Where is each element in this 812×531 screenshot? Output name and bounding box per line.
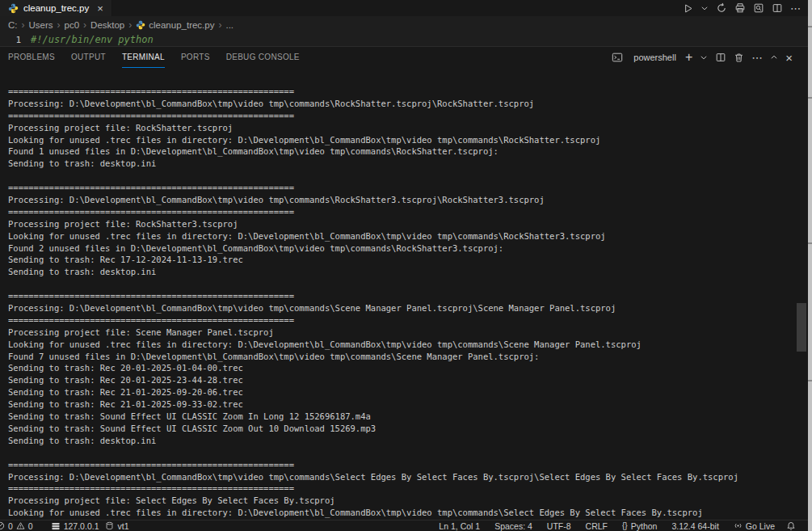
terminal-scrollbar-thumb[interactable]: [797, 303, 806, 352]
terminal-line: Looking for unused .trec files in direct…: [8, 507, 812, 519]
terminal-dropdown-chevron-icon[interactable]: [700, 53, 708, 61]
sync-icon[interactable]: [716, 2, 727, 14]
panel-header: PROBLEMS OUTPUT TERMINAL PORTS DEBUG CON…: [0, 47, 812, 68]
breadcrumb-separator: ›: [22, 19, 25, 31]
terminal-line: Processing project file: RockShatter3.ts…: [8, 218, 812, 230]
screen-edge-scrollbar-strip: [808, 0, 812, 531]
terminal-more-actions-icon[interactable]: ⋯: [751, 52, 763, 63]
tab-label: cleanup_trec.py: [23, 3, 89, 13]
terminal-line: Processing: D:\Development\bl_CommandBox…: [8, 98, 812, 110]
braces-icon: {}: [622, 521, 628, 530]
breadcrumb-separator: ›: [57, 19, 61, 31]
breadcrumb-item-file[interactable]: cleanup_trec.py: [136, 20, 214, 30]
language-mode-status[interactable]: {} Python: [619, 521, 660, 531]
go-live-label: Go Live: [746, 521, 775, 531]
terminal-line: [8, 170, 812, 182]
breadcrumb: C: › Users › pc0 › Desktop › cleanup_tre…: [0, 16, 812, 34]
split-terminal-icon[interactable]: [715, 52, 726, 63]
terminal-line: ========================================…: [8, 483, 812, 495]
database-cylinder-icon: [105, 521, 114, 530]
bottom-panel: PROBLEMS OUTPUT TERMINAL PORTS DEBUG CON…: [0, 46, 812, 520]
kill-terminal-trash-icon[interactable]: [734, 53, 744, 63]
terminal-line: Processing project file: Select Edges By…: [8, 495, 812, 507]
terminal-toolbar: powershell + ⋯ ×: [612, 51, 806, 64]
cursor-position-status[interactable]: Ln 1, Col 1: [435, 521, 483, 531]
remote-host-label: 127.0.0.1: [64, 521, 99, 531]
breadcrumb-separator: ›: [218, 19, 221, 31]
maximize-panel-chevron-up-icon[interactable]: [770, 53, 778, 61]
terminal-line: Found 7 unused files in D:\Development\b…: [8, 351, 812, 363]
status-right: Ln 1, Col 1 Spaces: 4 UTF-8 CRLF {} Pyth…: [435, 521, 807, 531]
vt-label: vt1: [117, 521, 128, 531]
terminal-line: [8, 447, 812, 459]
code-shebang-comment: #!/usr/bin/env python: [31, 34, 154, 46]
language-label: Python: [631, 521, 658, 531]
preview-search-icon[interactable]: [753, 2, 764, 14]
run-dropdown-chevron-icon[interactable]: [701, 4, 709, 12]
problems-status[interactable]: 0 0: [0, 521, 36, 531]
terminal-line: Found 1 unused files in D:\Development\b…: [8, 145, 812, 158]
terminal-line: [8, 278, 812, 290]
terminal-line: ========================================…: [8, 86, 812, 98]
terminal-line: Processing: D:\Development\bl_CommandBox…: [8, 471, 812, 483]
terminal-line: Processing project file: RockShatter.tsc…: [8, 122, 812, 134]
go-live-status[interactable]: Go Live: [730, 521, 778, 531]
notifications-bell-icon[interactable]: [786, 521, 796, 531]
run-button[interactable]: [683, 3, 693, 14]
terminal-icon: [612, 52, 623, 63]
line-number: 1: [0, 34, 31, 46]
terminal-line: Sending to trash: Rec 21-01-2025-09-33-0…: [8, 398, 812, 411]
more-actions-icon[interactable]: ⋯: [790, 3, 801, 14]
terminal-line: Looking for unused .trec files in direct…: [8, 230, 812, 242]
tab-terminal[interactable]: TERMINAL: [122, 47, 165, 68]
terminal-line: ========================================…: [8, 290, 812, 302]
close-panel-icon[interactable]: ×: [785, 52, 793, 64]
terminal-output[interactable]: ========================================…: [0, 68, 812, 520]
breadcrumb-separator: ›: [83, 19, 86, 31]
terminal-line: Sending to trash: desktop.ini: [8, 435, 812, 447]
terminal-line: Looking for unused .trec files in direct…: [8, 339, 812, 351]
tab-cleanup-trec[interactable]: cleanup_trec.py ×: [0, 0, 112, 16]
terminal-line: ========================================…: [8, 110, 812, 122]
shell-name-label[interactable]: powershell: [633, 53, 676, 62]
terminal-line: ========================================…: [8, 314, 812, 327]
eol-status[interactable]: CRLF: [583, 521, 611, 531]
new-terminal-button[interactable]: +: [685, 51, 692, 64]
status-bar: 0 0 127.0.0.1 vt1 Ln 1, Col 1 Sp: [0, 520, 812, 531]
encoding-status[interactable]: UTF-8: [544, 521, 574, 531]
breadcrumb-item-desktop[interactable]: Desktop: [90, 20, 124, 30]
print-icon[interactable]: [734, 2, 746, 14]
vt-status[interactable]: vt1: [102, 521, 132, 531]
tab-close-icon[interactable]: ×: [97, 3, 103, 14]
remote-host-status[interactable]: 127.0.0.1: [48, 521, 103, 531]
error-circle-icon: [0, 521, 5, 530]
vscode-window: cleanup_trec.py × ⋯ C: [0, 0, 812, 531]
terminal-line: Sending to trash: Sound Effect UI CLASSI…: [8, 423, 812, 435]
tab-problems[interactable]: PROBLEMS: [8, 47, 55, 68]
terminal-line: ========================================…: [8, 206, 812, 218]
terminal-line: ========================================…: [8, 459, 812, 471]
tab-debug-console[interactable]: DEBUG CONSOLE: [226, 47, 300, 68]
warning-triangle-icon: [16, 521, 25, 530]
terminal-line: Looking for unused .trec files in direct…: [8, 134, 812, 146]
breadcrumb-item-pc0[interactable]: pc0: [65, 20, 80, 30]
split-editor-icon[interactable]: [772, 2, 783, 14]
terminal-line: Processing: D:\Development\bl_CommandBox…: [8, 194, 812, 206]
terminal-line: Sending to trash: Rec 20-01-2025-23-44-2…: [8, 374, 812, 386]
breadcrumb-item-users[interactable]: Users: [29, 20, 53, 30]
python-file-icon: [136, 20, 145, 30]
terminal-line: Processing: D:\Development\bl_CommandBox…: [8, 302, 812, 314]
tab-output[interactable]: OUTPUT: [71, 47, 106, 68]
tab-ports[interactable]: PORTS: [181, 47, 210, 68]
editor-line-1: 1 #!/usr/bin/env python: [0, 34, 812, 46]
indentation-status[interactable]: Spaces: 4: [491, 521, 536, 531]
breadcrumb-item-drive[interactable]: C:: [8, 20, 18, 30]
breadcrumb-separator: ›: [128, 19, 132, 31]
python-interpreter-status[interactable]: 3.12.4 64-bit: [668, 521, 722, 531]
breadcrumb-item-symbol[interactable]: ...: [225, 20, 234, 30]
terminal-line: Sending to trash: Rec 20-01-2025-01-04-0…: [8, 362, 812, 374]
error-count: 0: [8, 521, 13, 531]
terminal-line: Sending to trash: Rec 21-01-2025-09-20-0…: [8, 386, 812, 398]
breadcrumb-file-label: cleanup_trec.py: [149, 20, 214, 30]
terminal-line: Sending to trash: desktop.ini: [8, 266, 812, 278]
